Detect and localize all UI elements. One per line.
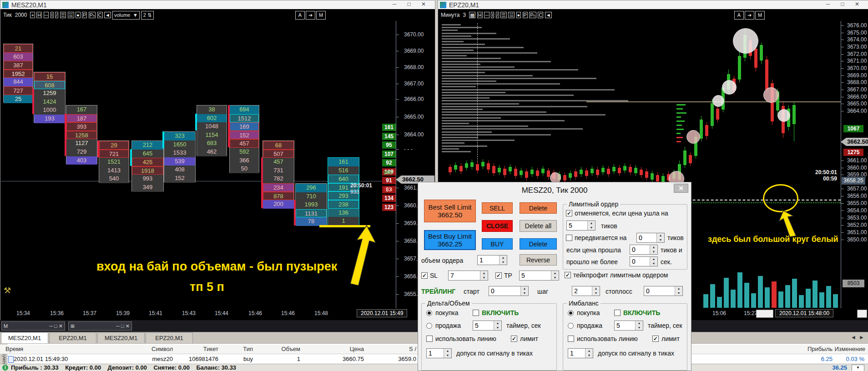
toolbar-button-─[interactable]: ─: [484, 12, 490, 18]
toolbar-button-Pₕ[interactable]: Pₕ: [529, 12, 536, 18]
best-buy-limit-button[interactable]: Best Buy Limit3662.25: [424, 230, 476, 250]
toolbar-button-◄[interactable]: ◄: [104, 12, 111, 18]
toolbar-button-☰[interactable]: ☰: [60, 12, 66, 18]
toolbar-button-─[interactable]: ─: [44, 12, 49, 18]
toolbar-button-/[interactable]: /: [496, 12, 499, 18]
imb-allow-stepper[interactable]: 1▲▼: [568, 348, 593, 358]
toolbar-button-◄[interactable]: ◄: [545, 12, 552, 18]
passed-stepper[interactable]: 0▲▼: [630, 245, 658, 255]
cancel-ticks-stepper[interactable]: 5▲▼: [566, 221, 595, 231]
delta-timer-stepper[interactable]: 5▲▼: [473, 321, 502, 331]
tab-scroll-left-icon[interactable]: ◄: [851, 334, 856, 341]
delete-buy-button[interactable]: Delete: [520, 238, 557, 250]
maximize-icon[interactable]: □: [402, 1, 416, 8]
tab-epz20-m1[interactable]: EPZ20,M1: [49, 332, 96, 343]
close-icon[interactable]: ✕: [850, 1, 864, 8]
tp-checkbox[interactable]: ✓: [495, 272, 502, 279]
imb-sell-radio[interactable]: [568, 323, 574, 329]
time-scrollbar-thumb[interactable]: [756, 310, 773, 318]
left-window-titlebar[interactable]: MESZ20,M1 ─ □ ✕: [0, 0, 435, 9]
takeprofit-checkbox[interactable]: ✓: [565, 272, 571, 278]
volume-profile-bar: [442, 41, 464, 42]
delta-sell-radio[interactable]: [426, 323, 432, 329]
toolbar-button-H[interactable]: H: [36, 12, 42, 18]
tab-mesz20-m1[interactable]: MESZ20,M1: [1, 332, 48, 343]
corner-button-A[interactable]: A: [295, 11, 305, 20]
corner-button-M[interactable]: M: [755, 11, 765, 20]
delete-sell-button[interactable]: Delete: [520, 202, 557, 214]
dialog-close-button[interactable]: ✕: [674, 184, 688, 193]
corner-button-M[interactable]: M: [316, 11, 326, 20]
order-volume-stepper[interactable]: 1▲▼: [477, 255, 507, 265]
cluster-cell: 187: [66, 114, 97, 123]
corner-button-A[interactable]: A: [734, 11, 744, 20]
toolbar-button-P[interactable]: P: [82, 12, 87, 18]
corner-button-➔[interactable]: ➔: [745, 11, 754, 20]
delete-all-button[interactable]: Delete all: [520, 220, 557, 232]
maximize-icon[interactable]: □: [836, 1, 849, 8]
reverse-button[interactable]: Reverse: [520, 254, 557, 266]
best-sell-limit-button[interactable]: Best Sell Limit3662.50: [424, 200, 476, 222]
minimize-icon[interactable]: ─: [388, 1, 401, 8]
volume-dropdown[interactable]: volume ▼: [112, 11, 140, 20]
toolbar-button-☱[interactable]: ☱: [508, 12, 515, 18]
toolbar-button-H[interactable]: H: [477, 12, 483, 18]
sl-stepper[interactable]: 7▲▼: [448, 271, 488, 281]
close-icon[interactable]: ✕: [417, 1, 430, 8]
sell-button[interactable]: SELL: [482, 202, 513, 214]
toolbar-button-C[interactable]: C: [538, 12, 543, 18]
minimized-window-bar[interactable]: ⊞─ □ ✕: [68, 321, 132, 331]
right-window-titlebar[interactable]: EPZ20,M1 ─ □ ✕: [438, 0, 868, 9]
toolbar-button-Pₕ[interactable]: Pₕ: [89, 12, 96, 18]
cancel-if-checkbox[interactable]: ✓: [566, 210, 572, 216]
toolbar-button-☱[interactable]: ☱: [68, 12, 74, 18]
toolbar-button-/[interactable]: /: [55, 12, 58, 18]
stoploss-stepper[interactable]: 0▲▼: [644, 286, 683, 296]
minimize-icon[interactable]: ─: [821, 1, 835, 8]
tab-mesz20-m1[interactable]: MESZ20,M1: [97, 332, 145, 343]
toolbar-button-▦[interactable]: ▦: [469, 12, 475, 18]
corner-button-➔[interactable]: ➔: [306, 11, 315, 20]
toolbar-button-●[interactable]: ●: [76, 12, 81, 18]
column-header[interactable]: Время: [5, 346, 23, 352]
column-header[interactable]: Изменение: [792, 346, 865, 352]
toolbar-button-I[interactable]: I: [50, 12, 54, 18]
sl-checkbox[interactable]: ✓: [421, 272, 428, 279]
scale-stepper[interactable]: 2 ⇅: [141, 11, 154, 20]
toolbar-button-C[interactable]: C: [97, 12, 103, 18]
imb-useline-checkbox[interactable]: [568, 336, 574, 342]
delta-enable-checkbox[interactable]: [473, 310, 479, 316]
crossed-tools-icon[interactable]: ⚒: [4, 286, 11, 296]
cluster-cell: 603: [4, 53, 33, 61]
delta-limit-checkbox[interactable]: ✓: [511, 336, 517, 342]
delta-buy-radio[interactable]: [426, 310, 432, 316]
minimized-window-bar[interactable]: М─ □ ✕: [1, 321, 65, 331]
right-window-title: EPZ20,M1: [449, 1, 479, 9]
imb-limit-checkbox[interactable]: ✓: [652, 336, 659, 342]
imb-timer-stepper[interactable]: 5▲▼: [614, 321, 643, 331]
move-checkbox[interactable]: [566, 235, 572, 241]
close-position-button[interactable]: CLOSE: [482, 220, 513, 232]
tab-epz20-m1[interactable]: EPZ20,M1: [146, 332, 193, 343]
delta-allow-stepper[interactable]: 1▲▼: [426, 348, 452, 358]
column-header[interactable]: S /: [343, 346, 416, 352]
toolbar-button-I[interactable]: I: [491, 12, 494, 18]
imb-buy-radio[interactable]: [568, 310, 574, 316]
toolbar-button-☰[interactable]: ☰: [500, 12, 507, 18]
tab-scroll-right-icon[interactable]: ►: [859, 334, 864, 341]
start-stepper[interactable]: 0▲▼: [489, 286, 529, 296]
toolbar-button-P[interactable]: P: [523, 12, 528, 18]
left-chart-area[interactable]: 2160338719528447272515608125914241000193…: [1, 21, 434, 308]
toolbar-button-+[interactable]: +: [30, 12, 35, 18]
status-dropdown-icon[interactable]: ▼: [852, 365, 864, 371]
step-stepper[interactable]: 2▲▼: [572, 286, 600, 296]
toolbar-button-●[interactable]: ●: [516, 12, 521, 18]
move-stepper[interactable]: 0▲▼: [636, 233, 665, 243]
delta-useline-checkbox[interactable]: [426, 336, 433, 342]
column-header[interactable]: Объем: [227, 346, 300, 352]
axis-corner-box[interactable]: [857, 310, 867, 318]
imb-enable-checkbox[interactable]: [614, 310, 621, 316]
no-more-stepper[interactable]: 0▲▼: [630, 256, 658, 266]
tp-stepper[interactable]: 5▲▼: [519, 271, 559, 281]
buy-button[interactable]: BUY: [482, 238, 513, 250]
